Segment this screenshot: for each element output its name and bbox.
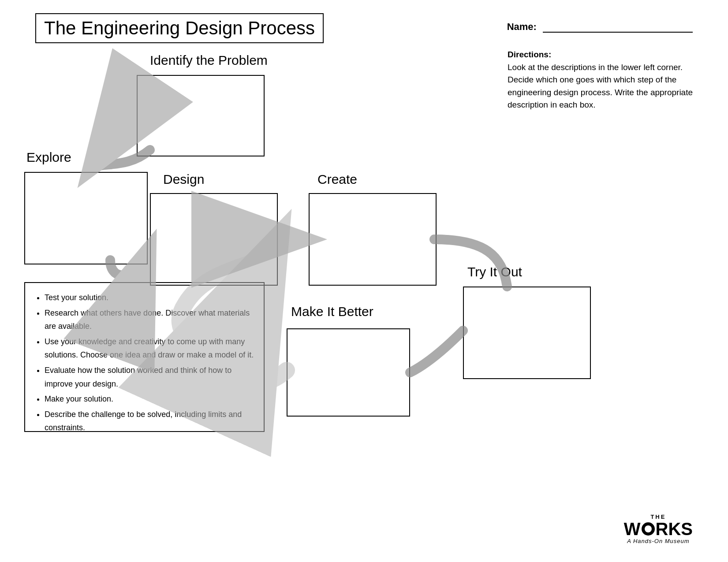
logo-works: W RKS — [624, 520, 693, 538]
logo-sub: A Hands-On Museum — [627, 538, 690, 544]
box-try-it-out[interactable] — [463, 287, 591, 379]
label-explore: Explore — [26, 150, 71, 165]
name-label: Name: — [507, 21, 537, 32]
bullet-item-3: Use your knowledge and creativity to com… — [45, 335, 254, 362]
bullet-item-5: Make your solution. — [45, 392, 254, 406]
directions: Directions: Look at the descriptions in … — [508, 48, 693, 112]
logo-area: THE W RKS A Hands-On Museum — [624, 513, 693, 544]
bullet-item-4: Evaluate how the solution worked and thi… — [45, 364, 254, 391]
label-create: Create — [317, 172, 357, 187]
box-explore[interactable] — [24, 172, 148, 264]
box-identify[interactable] — [137, 75, 265, 156]
bullet-list: Test your solution. Research what others… — [35, 291, 254, 435]
directions-title: Directions: — [508, 48, 693, 61]
directions-text: Look at the descriptions in the lower le… — [508, 61, 693, 112]
bullet-item-2: Research what others have done. Discover… — [45, 306, 254, 333]
box-design[interactable] — [150, 193, 278, 286]
box-create[interactable] — [309, 193, 437, 286]
bullet-item-6: Describe the challenge to be solved, inc… — [45, 408, 254, 435]
name-line[interactable] — [543, 32, 693, 33]
logo: THE W RKS A Hands-On Museum — [624, 514, 693, 544]
label-try-it-out: Try It Out — [467, 264, 522, 279]
box-make-it-better[interactable] — [287, 328, 410, 417]
bullet-item-1: Test your solution. — [45, 291, 254, 305]
name-field: Name: — [507, 21, 693, 33]
label-identify: Identify the Problem — [150, 53, 268, 68]
label-make-it-better: Make It Better — [291, 304, 373, 319]
page-title: The Engineering Design Process — [44, 18, 315, 39]
label-design: Design — [163, 172, 204, 187]
page: The Engineering Design Process Name: Dir… — [0, 0, 728, 562]
title-box: The Engineering Design Process — [35, 13, 324, 43]
logo-o-icon — [642, 522, 655, 536]
bullet-list-box: Test your solution. Research what others… — [24, 282, 265, 432]
